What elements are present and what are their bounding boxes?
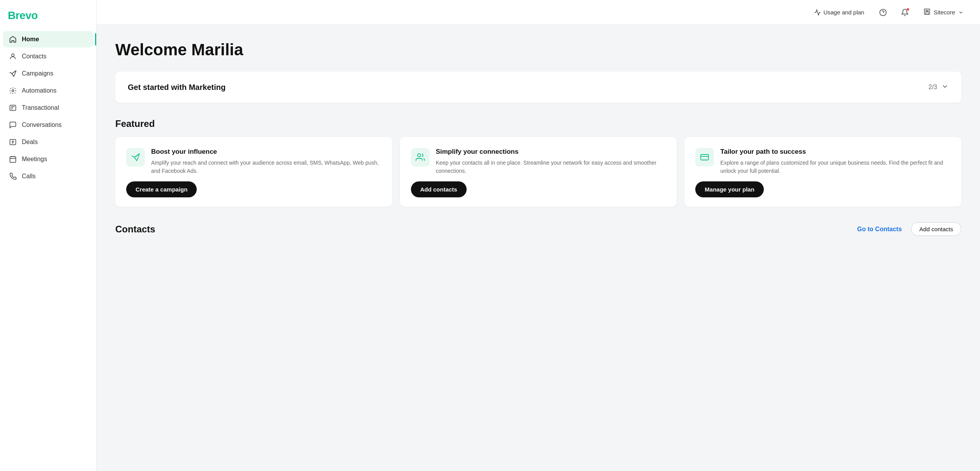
notification-badge bbox=[906, 8, 909, 11]
feature-card-contacts-text: Simplify your connections Keep your cont… bbox=[436, 148, 666, 175]
sidebar-item-conversations-label: Conversations bbox=[22, 121, 62, 128]
feature-card-contacts-header: Simplify your connections Keep your cont… bbox=[411, 148, 666, 175]
contacts-section-title: Contacts bbox=[115, 224, 155, 235]
brand-logo: Brevo bbox=[0, 6, 96, 31]
add-contacts-featured-button[interactable]: Add contacts bbox=[411, 181, 467, 197]
get-started-chevron-icon bbox=[941, 83, 949, 92]
building-icon bbox=[924, 8, 931, 16]
sidebar-item-campaigns-label: Campaigns bbox=[22, 70, 53, 77]
get-started-title: Get started with Marketing bbox=[128, 83, 226, 92]
campaigns-icon bbox=[9, 69, 17, 78]
account-menu-button[interactable]: Sitecore bbox=[920, 6, 968, 19]
main-content: Welcome Marilia Get started with Marketi… bbox=[97, 25, 980, 471]
featured-cards-grid: Boost your influence Amplify your reach … bbox=[115, 137, 961, 207]
contacts-feature-icon bbox=[411, 148, 430, 167]
featured-section-title: Featured bbox=[115, 118, 961, 129]
get-started-progress: 2/3 bbox=[929, 84, 937, 91]
sidebar-item-calls[interactable]: Calls bbox=[3, 168, 93, 185]
conversations-icon bbox=[9, 121, 17, 129]
feature-card-plans-text: Tailor your path to success Explore a ra… bbox=[720, 148, 950, 175]
svg-point-5 bbox=[880, 9, 887, 16]
feature-card-plans-description: Explore a range of plans customized for … bbox=[720, 159, 950, 175]
sidebar-item-meetings-label: Meetings bbox=[22, 156, 47, 163]
feature-card-plans: Tailor your path to success Explore a ra… bbox=[684, 137, 961, 207]
get-started-right: 2/3 bbox=[929, 83, 949, 92]
sidebar-item-contacts-label: Contacts bbox=[22, 53, 46, 60]
svg-rect-4 bbox=[10, 156, 16, 162]
feature-card-campaigns-header: Boost your influence Amplify your reach … bbox=[126, 148, 381, 175]
campaigns-feature-icon bbox=[126, 148, 145, 167]
go-to-contacts-link[interactable]: Go to Contacts bbox=[857, 226, 902, 233]
plans-feature-icon bbox=[695, 148, 714, 167]
feature-card-contacts-title: Simplify your connections bbox=[436, 148, 666, 156]
sidebar-item-home-label: Home bbox=[22, 36, 39, 43]
contacts-section-header: Contacts Go to Contacts Add contacts bbox=[115, 222, 961, 236]
main-area: Usage and plan Sitecore Welcome Marilia … bbox=[97, 0, 980, 471]
top-header: Usage and plan Sitecore bbox=[97, 0, 980, 25]
automations-icon bbox=[9, 86, 17, 95]
deals-icon bbox=[9, 138, 17, 146]
calls-icon bbox=[9, 172, 17, 181]
feature-card-campaigns-description: Amplify your reach and connect with your… bbox=[151, 159, 381, 175]
feature-card-contacts: Simplify your connections Keep your cont… bbox=[400, 137, 677, 207]
help-button[interactable] bbox=[876, 5, 890, 19]
activity-icon bbox=[814, 9, 821, 16]
sidebar-navigation: Home Contacts Campaigns Automations Tran bbox=[0, 31, 96, 185]
feature-card-campaigns-title: Boost your influence bbox=[151, 148, 381, 156]
feature-card-plans-title: Tailor your path to success bbox=[720, 148, 950, 156]
feature-card-campaigns-text: Boost your influence Amplify your reach … bbox=[151, 148, 381, 175]
sidebar-item-deals[interactable]: Deals bbox=[3, 134, 93, 150]
sidebar: Brevo Home Contacts Campaigns Automatio bbox=[0, 0, 97, 471]
feature-card-plans-header: Tailor your path to success Explore a ra… bbox=[695, 148, 950, 175]
transactional-icon bbox=[9, 104, 17, 112]
sidebar-item-campaigns[interactable]: Campaigns bbox=[3, 65, 93, 82]
create-campaign-button[interactable]: Create a campaign bbox=[126, 181, 197, 197]
sidebar-item-meetings[interactable]: Meetings bbox=[3, 151, 93, 167]
svg-rect-9 bbox=[701, 155, 709, 160]
feature-card-campaigns: Boost your influence Amplify your reach … bbox=[115, 137, 392, 207]
usage-and-plan-button[interactable]: Usage and plan bbox=[810, 7, 868, 18]
svg-point-0 bbox=[12, 54, 14, 56]
home-icon bbox=[9, 35, 17, 44]
sidebar-item-conversations[interactable]: Conversations bbox=[3, 117, 93, 133]
contacts-icon bbox=[9, 52, 17, 61]
help-icon bbox=[879, 9, 887, 16]
sidebar-item-deals-label: Deals bbox=[22, 139, 38, 146]
sidebar-item-home[interactable]: Home bbox=[3, 31, 93, 47]
svg-point-1 bbox=[12, 90, 14, 92]
add-contacts-button[interactable]: Add contacts bbox=[911, 222, 961, 236]
account-name-label: Sitecore bbox=[934, 9, 955, 16]
brand-name: Brevo bbox=[8, 9, 38, 21]
svg-point-8 bbox=[418, 154, 421, 157]
sidebar-item-contacts[interactable]: Contacts bbox=[3, 48, 93, 65]
manage-plan-button[interactable]: Manage your plan bbox=[695, 181, 764, 197]
meetings-icon bbox=[9, 155, 17, 163]
sidebar-item-calls-label: Calls bbox=[22, 173, 36, 180]
sidebar-item-transactional[interactable]: Transactional bbox=[3, 100, 93, 116]
get-started-card[interactable]: Get started with Marketing 2/3 bbox=[115, 72, 961, 103]
sidebar-item-automations[interactable]: Automations bbox=[3, 83, 93, 99]
chevron-down-icon bbox=[958, 10, 964, 15]
notifications-button[interactable] bbox=[898, 5, 912, 19]
usage-plan-label: Usage and plan bbox=[823, 9, 864, 16]
feature-card-contacts-description: Keep your contacts all in one place. Str… bbox=[436, 159, 666, 175]
sidebar-item-automations-label: Automations bbox=[22, 87, 56, 94]
contacts-actions: Go to Contacts Add contacts bbox=[857, 222, 961, 236]
sidebar-item-transactional-label: Transactional bbox=[22, 104, 59, 111]
welcome-title: Welcome Marilia bbox=[115, 40, 961, 59]
